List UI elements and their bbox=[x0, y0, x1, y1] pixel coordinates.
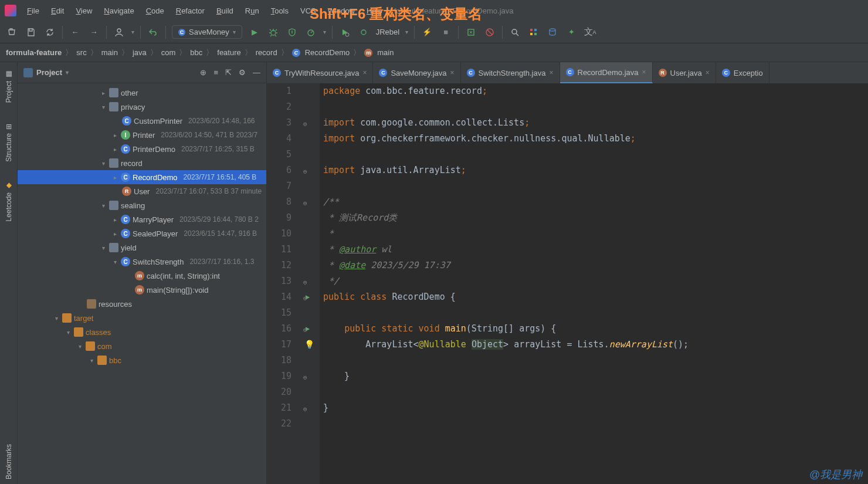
code-editor[interactable]: 12345678910111213141516171819202122 ▶ ▶ … bbox=[267, 83, 868, 484]
hide-icon[interactable]: — bbox=[253, 68, 260, 77]
side-tab-project[interactable]: Project▦ bbox=[2, 66, 15, 107]
tree-folder-resources[interactable]: resources bbox=[18, 297, 266, 311]
bc-root[interactable]: formula-feature bbox=[6, 48, 62, 57]
undo-icon[interactable] bbox=[147, 26, 160, 39]
panel-title[interactable]: Project ▾ bbox=[23, 68, 195, 77]
profile-icon[interactable] bbox=[113, 26, 126, 39]
bc-main[interactable]: main bbox=[101, 48, 118, 57]
tree-file-printer[interactable]: ▸IPrinter2023/6/20 14:50, 471 B 2023/7 bbox=[18, 128, 266, 142]
bc-feature[interactable]: feature bbox=[217, 48, 240, 57]
tree-folder-privacy[interactable]: ▾privacy bbox=[18, 100, 266, 114]
db-icon[interactable] bbox=[546, 26, 559, 39]
tree-folder-sealing[interactable]: ▾sealing bbox=[18, 198, 266, 212]
fold-icon[interactable]: ⊖ bbox=[303, 116, 307, 132]
project-tree[interactable]: ▸other ▾privacy CCustomPrinter2023/6/20 … bbox=[18, 83, 266, 484]
git-pull-icon[interactable] bbox=[464, 26, 477, 39]
jrebel-run-icon[interactable] bbox=[338, 26, 351, 39]
fold-icon[interactable]: ⊖ bbox=[303, 290, 307, 306]
profiler-button[interactable] bbox=[304, 26, 317, 39]
close-icon[interactable]: × bbox=[642, 68, 646, 76]
tree-file-user[interactable]: RUser2023/7/17 16:07, 533 B 37 minute bbox=[18, 184, 266, 198]
settings-icon[interactable]: ⚙ bbox=[239, 68, 246, 77]
menu-run[interactable]: Run bbox=[240, 4, 264, 18]
menu-file[interactable]: File bbox=[22, 4, 44, 18]
tree-folder-bbc[interactable]: ▾bbc bbox=[18, 353, 266, 367]
close-icon[interactable]: × bbox=[450, 69, 455, 77]
fold-icon[interactable]: ⊖ bbox=[303, 275, 307, 290]
fold-icon[interactable]: ⊖ bbox=[303, 164, 307, 180]
attach-icon[interactable]: ⚡ bbox=[421, 26, 433, 39]
tree-file-switchstrength[interactable]: ▾CSwitchStrength2023/7/17 16:16, 1.3 bbox=[18, 255, 266, 269]
stop-button[interactable]: ■ bbox=[439, 26, 452, 39]
code-content[interactable]: package com.bbc.feature.record; import c… bbox=[320, 83, 868, 484]
tab-exception[interactable]: CExceptio bbox=[716, 62, 769, 83]
close-icon[interactable]: × bbox=[549, 69, 553, 77]
bulb-icon[interactable]: 💡 bbox=[304, 337, 314, 353]
save-icon[interactable] bbox=[25, 26, 38, 39]
menu-navigate[interactable]: Navigate bbox=[99, 4, 138, 18]
menu-help[interactable]: Help bbox=[362, 4, 387, 18]
tree-folder-com[interactable]: ▾com bbox=[18, 339, 266, 353]
side-tab-structure[interactable]: Structure⊞ bbox=[2, 118, 15, 167]
fold-icon[interactable]: ⊖ bbox=[303, 195, 307, 211]
tab-trywithresource[interactable]: CTryWithResource.java× bbox=[267, 62, 373, 83]
bc-java[interactable]: java bbox=[133, 48, 147, 57]
tree-file-printerdemo[interactable]: ▸CPrinterDemo2023/7/17 16:25, 315 B bbox=[18, 142, 266, 156]
bc-class[interactable]: RecordDemo bbox=[305, 48, 350, 57]
stop-red-icon[interactable] bbox=[483, 26, 496, 39]
translate-icon[interactable]: 文A bbox=[584, 26, 596, 39]
fold-icon[interactable]: ⊖ bbox=[303, 401, 307, 417]
open-icon[interactable] bbox=[6, 26, 19, 39]
run-button[interactable]: ▶ bbox=[248, 26, 261, 39]
tree-folder-other[interactable]: ▸other bbox=[18, 86, 266, 100]
locate-icon[interactable]: ⊕ bbox=[200, 68, 206, 77]
collapse-icon[interactable]: ⇱ bbox=[225, 68, 232, 77]
side-tab-bookmarks[interactable]: Bookmarks bbox=[2, 439, 15, 484]
tree-file-marryplayer[interactable]: ▸CMarryPlayer2023/5/29 16:44, 780 B 2 bbox=[18, 212, 266, 226]
menu-build[interactable]: Build bbox=[212, 4, 238, 18]
tab-savemoney[interactable]: CSaveMoney.java× bbox=[373, 62, 460, 83]
bc-record[interactable]: record bbox=[256, 48, 277, 57]
tab-recorddemo[interactable]: CRecordDemo.java× bbox=[560, 62, 653, 83]
tree-file-customprinter[interactable]: CCustomPrinter2023/6/20 14:48, 166 bbox=[18, 114, 266, 128]
close-icon[interactable]: × bbox=[706, 69, 710, 77]
tree-folder-yield[interactable]: ▾yield bbox=[18, 241, 266, 255]
fold-icon[interactable]: ⊖ bbox=[303, 322, 307, 338]
tree-file-recorddemo[interactable]: ▸CRecordDemo2023/7/17 16:51, 405 B bbox=[18, 170, 266, 184]
coverage-button[interactable] bbox=[286, 26, 299, 39]
marker-gutter[interactable]: ▶ ▶ ⊖ ⊖ ⊖ ⊖ ⊖ ⊖ ⊖ ⊖ 💡 bbox=[302, 83, 320, 484]
run-config-selector[interactable]: C SaveMoney ▾ bbox=[172, 25, 242, 39]
tab-user[interactable]: RUser.java× bbox=[653, 62, 716, 83]
tree-folder-classes[interactable]: ▾classes bbox=[18, 325, 266, 339]
grid-icon[interactable] bbox=[527, 26, 540, 39]
bc-bbc[interactable]: bbc bbox=[190, 48, 202, 57]
menu-window[interactable]: Window bbox=[323, 4, 360, 18]
tree-method-calc[interactable]: mcalc(int, int, String):int bbox=[18, 269, 266, 283]
search-icon[interactable] bbox=[508, 26, 521, 39]
back-icon[interactable]: ← bbox=[69, 26, 82, 39]
side-tab-leetcode[interactable]: Leetcode◆ bbox=[2, 177, 15, 226]
tab-switchstrength[interactable]: CSwitchStrength.java× bbox=[461, 62, 560, 83]
forward-icon[interactable]: → bbox=[87, 26, 100, 39]
fold-icon[interactable]: ⊖ bbox=[303, 370, 307, 385]
line-gutter[interactable]: 12345678910111213141516171819202122 bbox=[267, 83, 302, 484]
tree-folder-target[interactable]: ▾target bbox=[18, 311, 266, 325]
bc-src[interactable]: src bbox=[76, 48, 86, 57]
debug-button[interactable] bbox=[267, 26, 280, 39]
menu-edit[interactable]: Edit bbox=[46, 4, 69, 18]
menu-code[interactable]: Code bbox=[141, 4, 169, 18]
puzzle-icon[interactable]: ✦ bbox=[565, 26, 578, 39]
menu-refactor[interactable]: Refactor bbox=[171, 4, 209, 18]
tree-file-sealedplayer[interactable]: ▸CSealedPlayer2023/6/15 14:47, 916 B bbox=[18, 226, 266, 241]
sync-icon[interactable] bbox=[43, 26, 56, 39]
tree-method-main[interactable]: mmain(String[]):void bbox=[18, 283, 266, 297]
menu-vcs[interactable]: VCS bbox=[296, 4, 321, 18]
expand-icon[interactable]: ≡ bbox=[213, 68, 218, 77]
menu-view[interactable]: View bbox=[71, 4, 97, 18]
bc-com[interactable]: com bbox=[161, 48, 176, 57]
menu-tools[interactable]: Tools bbox=[266, 4, 293, 18]
tree-folder-record[interactable]: ▾record bbox=[18, 156, 266, 170]
jrebel-debug-icon[interactable] bbox=[357, 26, 370, 39]
close-icon[interactable]: × bbox=[362, 69, 367, 77]
bc-method[interactable]: main bbox=[377, 48, 394, 57]
